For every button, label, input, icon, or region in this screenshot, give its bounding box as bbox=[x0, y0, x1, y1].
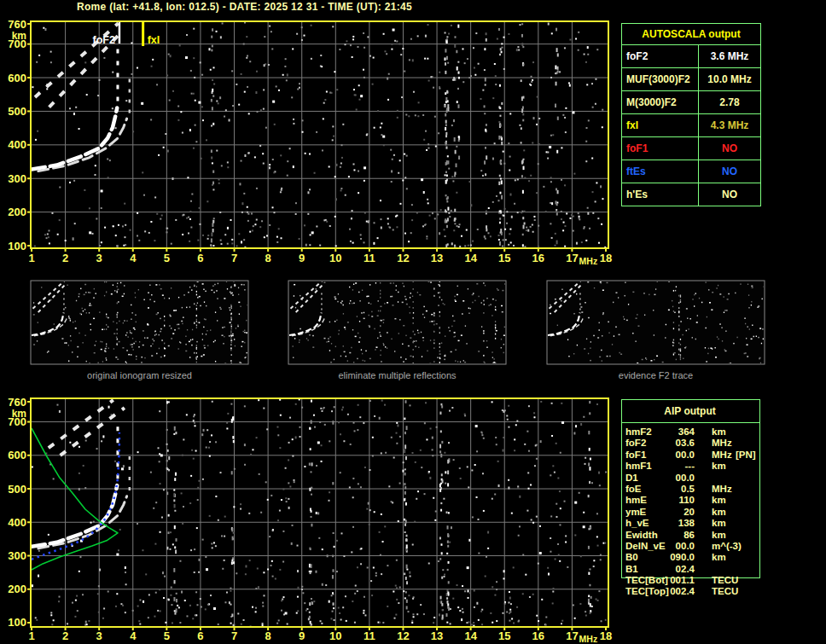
aip-row-ewidth: Ewidth86km bbox=[621, 530, 766, 541]
svg-text:300: 300 bbox=[8, 549, 26, 562]
autoscala-row-ftes: ftEsNO bbox=[622, 160, 760, 183]
aip-row-hmf1: hmF1---km bbox=[621, 461, 766, 472]
aip-unit: MHz bbox=[712, 450, 732, 460]
aip-value: 138 bbox=[621, 518, 695, 528]
autoscala-row-fof2: foF23.6 MHz bbox=[622, 45, 760, 68]
autoscala-row-label: fxI bbox=[622, 114, 699, 136]
svg-text:8: 8 bbox=[265, 629, 270, 642]
autoscala-row-label: foF2 bbox=[622, 45, 699, 67]
svg-text:km: km bbox=[12, 408, 26, 420]
svg-text:foF2: foF2 bbox=[93, 34, 115, 46]
aip-unit: km bbox=[712, 461, 726, 471]
aip-unit: TECU bbox=[712, 586, 738, 596]
autoscala-row-value: NO bbox=[699, 183, 760, 206]
svg-text:MHz: MHz bbox=[579, 634, 598, 644]
svg-text:9: 9 bbox=[299, 629, 305, 642]
aip-unit: TECU bbox=[712, 575, 738, 585]
autoscala-row-value: 4.3 MHz bbox=[699, 114, 760, 136]
svg-text:6: 6 bbox=[197, 629, 203, 642]
aip-unit: km bbox=[712, 518, 726, 528]
svg-text:16: 16 bbox=[532, 252, 544, 264]
svg-text:1: 1 bbox=[28, 629, 34, 642]
svg-text:18: 18 bbox=[600, 629, 612, 642]
aip-row-hmf2: hmF2364km bbox=[621, 426, 766, 438]
bottom-ionogram-panel: 123456789101112131415161718MHz7607006005… bbox=[8, 396, 612, 644]
svg-text:17: 17 bbox=[566, 252, 578, 264]
svg-text:5: 5 bbox=[164, 629, 170, 642]
aip-extra: [PN] bbox=[736, 450, 756, 460]
autoscala-row-fxi: fxI4.3 MHz bbox=[622, 114, 760, 137]
svg-text:4: 4 bbox=[130, 252, 137, 264]
aip-value: 00.0 bbox=[621, 541, 695, 551]
svg-text:km: km bbox=[12, 30, 26, 42]
svg-text:600: 600 bbox=[8, 72, 26, 84]
svg-text:400: 400 bbox=[8, 138, 26, 151]
aip-row-b0: B0090.0km bbox=[621, 552, 766, 563]
svg-text:12: 12 bbox=[397, 252, 409, 264]
svg-text:2: 2 bbox=[62, 629, 68, 642]
autoscala-row-muf3000f2: MUF(3000)F210.0 MHz bbox=[622, 68, 760, 91]
aip-header-divider bbox=[621, 422, 760, 423]
aip-row-fof2: foF203.6MHz bbox=[621, 438, 766, 449]
thumbnail-1 bbox=[288, 281, 508, 366]
aip-value: 0.5 bbox=[621, 484, 695, 494]
autoscala-output-table: AUTOSCALA output foF23.6 MHzMUF(3000)F21… bbox=[621, 23, 761, 206]
aip-value: 20 bbox=[621, 507, 695, 517]
svg-text:760: 760 bbox=[8, 396, 26, 409]
svg-text:11: 11 bbox=[364, 252, 375, 264]
autoscala-row-hes: h'EsNO bbox=[622, 183, 760, 206]
top-ionogram-panel: foF2fxI123456789101112131415161718MHz760… bbox=[8, 18, 612, 267]
aip-value: --- bbox=[621, 461, 695, 471]
aip-value: 00.0 bbox=[621, 473, 695, 483]
svg-text:13: 13 bbox=[431, 629, 443, 642]
autoscala-row-label: foF1 bbox=[622, 137, 699, 160]
svg-text:17: 17 bbox=[566, 629, 578, 642]
svg-text:1: 1 bbox=[28, 252, 34, 264]
svg-text:200: 200 bbox=[8, 583, 26, 595]
svg-text:14: 14 bbox=[464, 629, 477, 642]
aip-row-tecbot: TEC[Bot]001.1TECU bbox=[621, 575, 766, 586]
thumbnail-caption-eliminate: eliminate multiple reflections bbox=[288, 370, 506, 380]
svg-text:7: 7 bbox=[231, 629, 237, 642]
thumbnail-caption-original: original ionogram resized bbox=[31, 370, 248, 380]
aip-value: 001.1 bbox=[621, 575, 695, 585]
svg-text:16: 16 bbox=[532, 629, 544, 642]
svg-text:10: 10 bbox=[329, 252, 341, 264]
svg-text:600: 600 bbox=[8, 449, 26, 461]
svg-text:9: 9 bbox=[299, 252, 305, 264]
aip-row-tectop: TEC[Top]002.4TECU bbox=[621, 586, 766, 597]
thumbnail-2 bbox=[547, 281, 766, 365]
aip-table-header: AIP output bbox=[621, 405, 759, 417]
aip-row-yme: ymE20km bbox=[621, 507, 766, 518]
thumbnail-0 bbox=[31, 281, 250, 366]
autoscala-row-label: h'Es bbox=[622, 183, 699, 206]
autoscala-row-value: 2.78 bbox=[699, 91, 760, 113]
aip-row-hve: h_vE138km bbox=[621, 518, 766, 529]
aip-value: 002.4 bbox=[621, 586, 695, 596]
svg-text:3: 3 bbox=[96, 252, 102, 264]
autoscala-row-value: 3.6 MHz bbox=[699, 45, 760, 67]
svg-text:400: 400 bbox=[8, 516, 26, 529]
svg-text:7: 7 bbox=[231, 252, 237, 264]
svg-text:4: 4 bbox=[130, 629, 137, 642]
svg-text:100: 100 bbox=[8, 616, 26, 629]
svg-text:200: 200 bbox=[8, 206, 26, 218]
svg-text:6: 6 bbox=[197, 252, 203, 264]
aip-value: 110 bbox=[621, 495, 695, 505]
aip-value: 00.0 bbox=[621, 450, 695, 460]
autoscala-row-m3000f2: M(3000)F22.78 bbox=[622, 91, 760, 114]
autoscala-row-value: 10.0 MHz bbox=[699, 68, 760, 90]
aip-row-delnve: DelN_vE00.0m^(-3) bbox=[621, 541, 766, 552]
aip-value: 364 bbox=[621, 426, 695, 437]
aip-unit: km bbox=[712, 495, 726, 505]
autoscala-row-label: ftEs bbox=[622, 160, 699, 183]
autoscala-table-rows: foF23.6 MHzMUF(3000)F210.0 MHzM(3000)F22… bbox=[622, 45, 760, 206]
svg-text:13: 13 bbox=[431, 252, 443, 264]
svg-text:11: 11 bbox=[364, 629, 375, 642]
aip-unit: km bbox=[712, 530, 726, 540]
thumbnail-caption-evidence: evidence F2 trace bbox=[547, 370, 765, 380]
autoscala-row-fof1: foF1NO bbox=[622, 137, 760, 160]
aip-unit: km bbox=[712, 552, 726, 562]
aip-unit: km bbox=[712, 507, 726, 517]
aip-unit: MHz bbox=[712, 438, 732, 448]
